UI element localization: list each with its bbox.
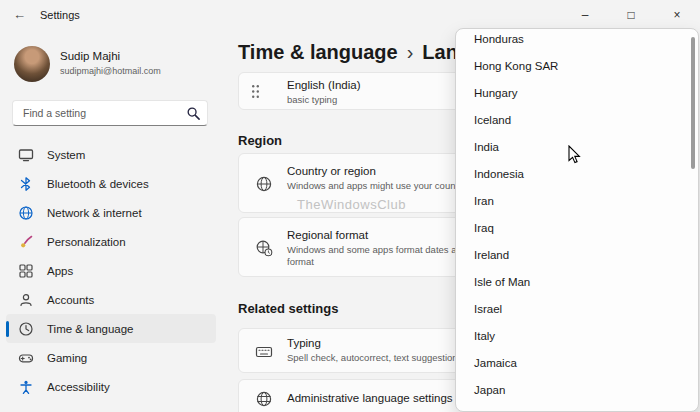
maximize-button[interactable]: □: [608, 0, 654, 30]
administrative-language-title: Administrative language settings: [287, 392, 453, 404]
typing-title: Typing: [287, 337, 321, 349]
apps-icon: [18, 263, 34, 279]
close-button[interactable]: ×: [654, 0, 700, 30]
language-name: English (India): [287, 79, 361, 91]
sidebar-item-label: System: [47, 149, 85, 161]
country-option-honduras[interactable]: Honduras: [460, 28, 686, 52]
window-title: Settings: [40, 9, 80, 21]
sidebar-item-label: Apps: [47, 265, 73, 277]
sidebar-item-personalization[interactable]: Personalization: [6, 227, 216, 256]
section-title-region: Region: [238, 133, 282, 148]
sidebar-item-label: Accessibility: [47, 381, 110, 393]
breadcrumb: Time & language›Lang: [238, 41, 470, 64]
sidebar-item-accessibility[interactable]: Accessibility: [6, 372, 216, 401]
country-option-hong-kong-sar[interactable]: Hong Kong SAR: [460, 52, 686, 79]
sidebar-item-label: Accounts: [47, 294, 94, 306]
sidebar-nav: System Bluetooth & devices Network & int…: [6, 140, 216, 401]
sidebar-item-bluetooth[interactable]: Bluetooth & devices: [6, 169, 216, 198]
country-option-hungary[interactable]: Hungary: [460, 79, 686, 106]
time-language-icon: [18, 321, 34, 337]
sidebar-item-system[interactable]: System: [6, 140, 216, 169]
breadcrumb-separator-icon: ›: [407, 41, 414, 63]
dropdown-scrollbar[interactable]: [691, 37, 695, 169]
sidebar-item-accounts[interactable]: Accounts: [6, 285, 216, 314]
search-input[interactable]: [13, 101, 207, 125]
sidebar-item-label: Bluetooth & devices: [47, 178, 149, 190]
sidebar-item-label: Personalization: [47, 236, 126, 248]
network-icon: [18, 205, 34, 221]
sidebar-item-network[interactable]: Network & internet: [6, 198, 216, 227]
search-icon: [186, 106, 201, 121]
avatar[interactable]: [14, 46, 50, 82]
user-email: sudipmajhi@hotmail.com: [60, 66, 161, 76]
typing-icon: [255, 343, 273, 361]
typing-subtitle: Spell check, autocorrect, text suggestio…: [287, 352, 462, 364]
sidebar-item-gaming[interactable]: Gaming: [6, 343, 216, 372]
system-icon: [18, 147, 34, 163]
mouse-cursor: [568, 145, 582, 165]
sidebar-item-label: Network & internet: [47, 207, 142, 219]
regional-format-title: Regional format: [287, 229, 368, 241]
country-option-iran[interactable]: Iran: [460, 187, 686, 214]
sidebar-item-time-language[interactable]: Time & language: [6, 314, 216, 343]
watermark: TheWindowsClub: [297, 197, 406, 212]
accounts-icon: [18, 292, 34, 308]
country-region-icon: [255, 175, 273, 193]
breadcrumb-parent[interactable]: Time & language: [238, 41, 398, 63]
country-option-isle-of-man[interactable]: Isle of Man: [460, 268, 686, 295]
country-option-jamaica[interactable]: Jamaica: [460, 349, 686, 376]
minimize-button[interactable]: –: [562, 0, 608, 30]
country-or-region-title: Country or region: [287, 165, 376, 177]
sidebar-item-apps[interactable]: Apps: [6, 256, 216, 285]
country-option-ireland[interactable]: Ireland: [460, 241, 686, 268]
section-title-related-settings: Related settings: [238, 301, 338, 316]
administrative-language-icon: [255, 390, 273, 408]
drag-handle-icon[interactable]: [251, 84, 260, 99]
sidebar-item-label: Time & language: [47, 323, 134, 335]
user-name: Sudip Majhi: [60, 50, 120, 62]
language-subtitle: basic typing: [287, 94, 337, 106]
country-dropdown: Honduras Hong Kong SAR Hungary Iceland I…: [455, 28, 699, 412]
accessibility-icon: [18, 379, 34, 395]
country-option-japan[interactable]: Japan: [460, 376, 686, 403]
country-list: Honduras Hong Kong SAR Hungary Iceland I…: [460, 28, 686, 403]
country-option-iceland[interactable]: Iceland: [460, 106, 686, 133]
search-box[interactable]: [12, 100, 208, 126]
country-option-iraq[interactable]: Iraq: [460, 214, 686, 241]
sidebar-item-label: Gaming: [47, 352, 87, 364]
back-button[interactable]: ←: [13, 7, 26, 22]
regional-format-icon: [255, 239, 273, 257]
country-option-italy[interactable]: Italy: [460, 322, 686, 349]
gaming-icon: [18, 350, 34, 366]
sidebar: Sudip Majhi sudipmajhi@hotmail.com Syste…: [0, 32, 222, 412]
country-option-israel[interactable]: Israel: [460, 295, 686, 322]
window-controls: – □ ×: [562, 0, 700, 30]
personalization-icon: [18, 234, 34, 250]
selected-indicator: [6, 321, 9, 337]
bluetooth-icon: [18, 176, 34, 192]
